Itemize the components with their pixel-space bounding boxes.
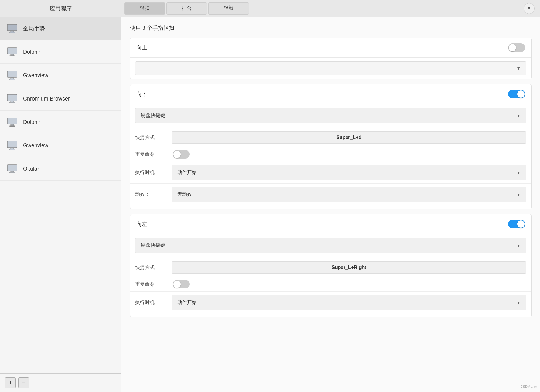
add-item-button[interactable]: +	[5, 377, 16, 388]
svg-rect-3	[7, 48, 17, 54]
svg-rect-18	[7, 165, 17, 171]
field-label-shortcut-down: 快捷方式：	[135, 135, 172, 141]
timing-dropdown-down[interactable]: 动作开始 ▼	[172, 165, 526, 180]
field-row-repeat-left: 重复命令：	[130, 277, 531, 291]
sidebar-footer: + −	[0, 373, 121, 392]
svg-rect-5	[9, 56, 15, 56]
svg-rect-19	[11, 171, 14, 172]
section-left-dropdown[interactable]: 键盘快捷键 ▼	[135, 238, 526, 253]
field-label-shortcut-left: 快捷方式：	[135, 264, 172, 271]
svg-rect-11	[9, 102, 15, 103]
field-row-shortcut-down: 快捷方式： Super_L+d	[130, 128, 531, 147]
svg-rect-17	[9, 149, 15, 150]
svg-rect-12	[7, 118, 17, 124]
close-button[interactable]: ×	[524, 3, 535, 14]
tabs-area: 轻扫 捏合 轻敲 ×	[121, 0, 540, 17]
section-down-dropdown-arrow: ▼	[516, 113, 521, 118]
field-row-timing-down: 执行时机: 动作开始 ▼	[130, 162, 531, 183]
sidebar-item-dolphin2[interactable]: Dolphin	[0, 111, 121, 134]
repeat-toggle-left[interactable]	[173, 280, 190, 288]
section-left-toggle[interactable]	[508, 220, 525, 228]
section-down-title: 向下	[136, 90, 147, 98]
remove-item-button[interactable]: −	[18, 377, 29, 388]
field-label-timing-left: 执行时机:	[135, 299, 172, 306]
gwenview2-icon	[6, 139, 18, 152]
field-row-repeat-down: 重复命令：	[130, 147, 531, 162]
field-label-repeat-left: 重复命令：	[135, 281, 172, 288]
section-down-dropdown-value: 键盘快捷键	[141, 112, 165, 119]
section-left-title: 向左	[136, 220, 147, 228]
anim-dropdown-down[interactable]: 无动效 ▼	[172, 187, 526, 202]
main-layout: 全局手势 Dolphin Gwenview	[0, 17, 540, 392]
chromium-icon	[6, 93, 18, 105]
dolphin2-icon	[6, 116, 18, 128]
timing-dropdown-down-arrow: ▼	[516, 170, 521, 175]
sidebar-item-okular[interactable]: Okular	[0, 157, 121, 181]
field-value-shortcut-down[interactable]: Super_L+d	[172, 131, 526, 144]
sidebar-item-label-dolphin1: Dolphin	[23, 49, 42, 55]
field-row-anim-down: 动效： 无动效 ▼	[130, 183, 531, 205]
tab-pinch[interactable]: 捏合	[166, 2, 207, 15]
anim-dropdown-down-arrow: ▼	[516, 192, 521, 197]
svg-rect-8	[9, 79, 15, 80]
sidebar-item-label-gwenview2: Gwenview	[23, 142, 48, 149]
section-left-dropdown-value: 键盘快捷键	[141, 242, 165, 249]
section-down-header: 向下	[130, 84, 531, 104]
section-up-dropdown-arrow: ▼	[516, 66, 521, 71]
section-left-dropdown-arrow: ▼	[516, 243, 521, 248]
timing-dropdown-left-arrow: ▼	[516, 300, 521, 305]
svg-rect-14	[9, 126, 15, 127]
sidebar-item-gwenview2[interactable]: Gwenview	[0, 134, 121, 157]
section-up: 向上 ▼	[130, 38, 532, 79]
svg-rect-6	[7, 71, 17, 77]
sidebar: 全局手势 Dolphin Gwenview	[0, 17, 121, 392]
content-area: 使用 3 个手指轻扫 向上 ▼ 向下 键盘快捷键	[121, 17, 540, 392]
content-title: 使用 3 个手指轻扫	[130, 24, 532, 32]
dolphin1-icon	[6, 46, 18, 58]
field-label-timing-down: 执行时机:	[135, 169, 172, 176]
sidebar-item-global[interactable]: 全局手势	[0, 17, 121, 40]
field-row-shortcut-left: 快捷方式： Super_L+Right	[130, 258, 531, 277]
section-down-toggle[interactable]	[508, 90, 525, 98]
svg-rect-7	[11, 78, 14, 79]
toggle-left-knob	[517, 220, 525, 228]
sidebar-item-label-chromium: Chromium Browser	[23, 96, 70, 102]
svg-rect-0	[7, 24, 17, 31]
okular-icon	[6, 163, 18, 175]
field-label-repeat-down: 重复命令：	[135, 151, 172, 158]
timing-dropdown-down-value: 动作开始	[177, 169, 197, 176]
svg-rect-4	[11, 54, 14, 56]
section-up-header: 向上	[130, 38, 531, 58]
timing-dropdown-left[interactable]: 动作开始 ▼	[172, 295, 526, 310]
section-up-toggle[interactable]	[508, 43, 525, 52]
repeat-toggle-left-knob	[173, 281, 181, 288]
svg-rect-20	[9, 172, 15, 173]
field-value-shortcut-left[interactable]: Super_L+Right	[172, 261, 526, 274]
sidebar-item-label-okular: Okular	[23, 166, 39, 172]
toggle-up-knob	[509, 44, 516, 51]
header: 应用程序 轻扫 捏合 轻敲 ×	[0, 0, 540, 17]
sidebar-item-chromium[interactable]: Chromium Browser	[0, 87, 121, 111]
sidebar-item-dolphin1[interactable]: Dolphin	[0, 40, 121, 64]
timing-dropdown-left-value: 动作开始	[177, 299, 197, 306]
tab-tap[interactable]: 轻敲	[208, 2, 249, 15]
app-list-header-title: 应用程序	[0, 0, 121, 17]
repeat-toggle-down[interactable]	[173, 150, 190, 159]
tab-swipe[interactable]: 轻扫	[124, 2, 165, 15]
global-gesture-icon	[6, 22, 18, 35]
section-down: 向下 键盘快捷键 ▼ 快捷方式： Super_L+d 重复命令：	[130, 84, 532, 209]
svg-rect-10	[11, 101, 14, 102]
sidebar-item-gwenview1[interactable]: Gwenview	[0, 64, 121, 87]
sidebar-item-label-global: 全局手势	[23, 25, 45, 32]
svg-rect-15	[7, 141, 17, 148]
svg-rect-1	[11, 31, 14, 32]
toggle-down-knob	[517, 90, 525, 98]
section-left-header: 向左	[130, 214, 531, 234]
anim-dropdown-down-value: 无动效	[177, 191, 192, 198]
section-left: 向左 键盘快捷键 ▼ 快捷方式： Super_L+Right 重复命令：	[130, 214, 532, 317]
section-up-dropdown[interactable]: ▼	[135, 61, 526, 75]
sidebar-item-label-dolphin2: Dolphin	[23, 119, 42, 125]
repeat-toggle-down-knob	[173, 151, 181, 158]
section-down-dropdown[interactable]: 键盘快捷键 ▼	[135, 108, 526, 123]
svg-rect-16	[11, 148, 14, 149]
